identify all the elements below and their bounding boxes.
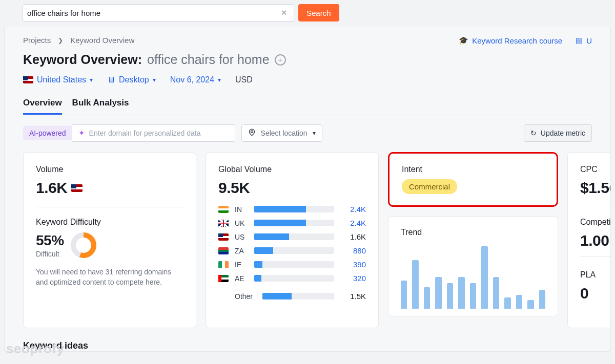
country-selector-label: United States [37, 75, 86, 84]
kd-title: Keyword Difficulty [36, 218, 183, 227]
search-button[interactable]: Search [298, 4, 339, 22]
kd-description: You will need to have 31 referring domai… [36, 267, 183, 288]
chevron-down-icon: ▾ [218, 76, 221, 83]
trend-bar [458, 277, 464, 309]
flag-us-icon [71, 184, 83, 192]
user-manual-link[interactable]: ▤ U [576, 36, 592, 45]
pla-title: PLA [580, 270, 611, 280]
competition-title: Competit [580, 218, 611, 227]
update-metrics-button[interactable]: ↻ Update metric [524, 124, 592, 142]
volume-title: Volume [36, 165, 183, 174]
gv-row: UK2.4K [218, 219, 366, 227]
trend-bar [435, 277, 441, 309]
personalize-domain-input[interactable]: ✦ Enter domain for personalized data [72, 124, 235, 142]
gv-bar [254, 206, 334, 212]
sparkle-icon: ✦ [78, 129, 85, 138]
kd-value: 55% [36, 232, 64, 249]
global-volume-title: Global Volume [218, 165, 366, 174]
gv-country-code: AE [235, 274, 248, 283]
chevron-down-icon: ▾ [153, 76, 156, 83]
book-icon: ▤ [576, 36, 583, 45]
gv-bar [254, 220, 334, 226]
trend-bar [412, 260, 418, 309]
search-input-wrap: ✕ [23, 4, 294, 22]
breadcrumb-row: Projects ❯ Keyword Overview 🎓 Keyword Re… [23, 36, 592, 45]
global-volume-card: Global Volume 9.5K IN2.4KUK2.4KUS1.6KZA8… [206, 152, 379, 328]
tab-bulk-analysis[interactable]: Bulk Analysis [72, 98, 129, 115]
page-title-prefix: Keyword Overview: [23, 52, 142, 67]
global-volume-rows: IN2.4KUK2.4KUS1.6KZA880IE390AE320Other1.… [218, 205, 366, 301]
location-selector[interactable]: Select location ▾ [241, 124, 322, 142]
divider [580, 204, 611, 204]
update-metrics-label: Update metric [541, 129, 585, 137]
tab-overview[interactable]: Overview [23, 98, 62, 115]
gv-row-other: Other1.5K [218, 292, 366, 301]
flag-icon [218, 233, 229, 241]
breadcrumb-current[interactable]: Keyword Overview [70, 36, 134, 45]
country-selector[interactable]: United States ▾ [23, 75, 93, 84]
kd-row: 55% Difficult [36, 232, 183, 259]
controls-left: AI-powered ✦ Enter domain for personaliz… [23, 124, 322, 142]
intent-card: Intent Commercial [388, 152, 558, 207]
date-selector[interactable]: Nov 6, 2024 ▾ [170, 75, 221, 84]
chevron-down-icon: ▾ [313, 130, 316, 137]
kd-label: Difficult [36, 250, 64, 258]
personalize-placeholder: Enter domain for personalized data [89, 129, 201, 137]
gv-value[interactable]: 320 [340, 274, 366, 283]
chevron-down-icon: ▾ [90, 76, 93, 83]
device-selector-label: Desktop [119, 75, 149, 84]
kd-donut-chart [70, 232, 97, 259]
trend-chart [401, 242, 545, 309]
gv-country-code: IN [235, 205, 248, 213]
intent-badge: Commercial [402, 179, 457, 194]
cpc-value: $1.56 [580, 179, 611, 197]
trend-bar [481, 246, 487, 309]
keyword-research-course-link[interactable]: 🎓 Keyword Research course [459, 36, 562, 45]
search-input[interactable] [27, 9, 279, 17]
trend-bar [527, 300, 534, 309]
volume-value: 1.6K [36, 179, 183, 197]
main-panel: Projects ❯ Keyword Overview 🎓 Keyword Re… [4, 27, 611, 352]
user-manual-label: U [586, 36, 592, 45]
device-selector[interactable]: 🖥 Desktop ▾ [107, 75, 156, 84]
clear-icon[interactable]: ✕ [279, 8, 290, 17]
graduation-cap-icon: 🎓 [459, 36, 468, 45]
gv-row: IE390 [218, 260, 366, 269]
currency-label: USD [235, 75, 253, 84]
flag-icon [218, 247, 229, 254]
pla-value: 0 [580, 285, 611, 302]
flag-icon [218, 220, 229, 227]
ai-powered-badge: AI-powered [23, 126, 72, 140]
volume-number: 1.6K [36, 179, 67, 197]
trend-card: Trend [388, 216, 558, 316]
add-keyword-button[interactable]: + [275, 54, 286, 66]
refresh-icon: ↻ [530, 129, 537, 137]
location-placeholder: Select location [261, 129, 308, 137]
gv-value[interactable]: 390 [340, 260, 366, 269]
global-volume-value: 9.5K [218, 179, 366, 197]
gv-row: IN2.4K [218, 205, 366, 213]
gv-bar [254, 233, 334, 240]
competition-value: 1.00 [580, 232, 611, 249]
trend-title: Trend [401, 228, 545, 237]
svg-point-0 [251, 131, 253, 133]
flag-icon [218, 206, 229, 213]
gv-country-code: UK [235, 219, 248, 227]
gv-value[interactable]: 880 [340, 246, 366, 255]
trend-bar [504, 297, 510, 309]
gv-other-label: Other [235, 292, 256, 301]
trend-bar [401, 281, 407, 309]
chevron-right-icon: ❯ [58, 37, 63, 44]
gv-value[interactable]: 2.4K [340, 205, 366, 213]
gv-row: US1.6K [218, 232, 366, 241]
gv-value[interactable]: 2.4K [340, 219, 366, 227]
flag-icon [218, 275, 229, 282]
desktop-icon: 🖥 [107, 75, 115, 84]
tabs: Overview Bulk Analysis [23, 98, 592, 115]
flag-us-icon [23, 76, 33, 83]
trend-bar [470, 283, 476, 309]
selector-row: United States ▾ 🖥 Desktop ▾ Nov 6, 2024 … [23, 75, 592, 84]
gv-value: 1.5K [340, 292, 366, 301]
breadcrumb-projects[interactable]: Projects [23, 36, 51, 45]
pin-icon [248, 129, 256, 138]
